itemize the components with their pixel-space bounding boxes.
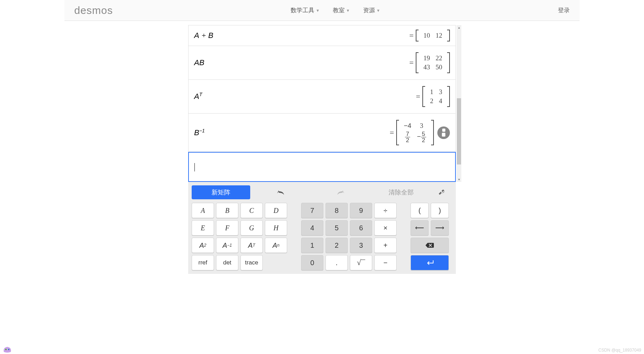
undo-button[interactable] [250, 185, 310, 199]
key-divide[interactable]: ÷ [374, 203, 397, 218]
expression-input[interactable]: B−1 [194, 128, 390, 137]
key-A[interactable]: A [192, 203, 214, 218]
matrix-cell: 22 [433, 54, 445, 63]
key-0[interactable]: 0 [301, 255, 323, 270]
expression-row[interactable]: AT = 13 24 [188, 80, 456, 114]
letter-keys: A B C D E F G H A2 A−1 AT An rref det tr… [192, 203, 287, 270]
chevron-down-icon: ▼ [346, 8, 350, 13]
key-plus[interactable]: + [374, 238, 397, 253]
keypad: 新矩阵 清除全部 A B C D E F G H A2 [188, 182, 456, 274]
keypad-toolbar: 新矩阵 清除全部 [192, 185, 452, 199]
expression-input[interactable]: AT [194, 92, 416, 101]
nav-resources-label: 资源 [363, 6, 375, 14]
main-nav: 数学工具▼ 教室▼ 资源▼ [113, 6, 558, 14]
wrench-icon [438, 188, 446, 196]
key-8[interactable]: 8 [325, 203, 348, 218]
undo-icon [276, 189, 285, 195]
scrollbar[interactable]: ▴ ▾ [457, 25, 461, 182]
matrix-cell: 1 [427, 87, 436, 97]
key-backspace[interactable] [411, 238, 449, 253]
key-minus[interactable]: − [374, 255, 397, 270]
key-C[interactable]: C [240, 203, 263, 218]
equals-sign: = [409, 31, 414, 40]
scroll-up-icon[interactable]: ▴ [457, 25, 461, 30]
key-1[interactable]: 1 [301, 238, 323, 253]
key-multiply[interactable]: × [374, 220, 397, 236]
enter-icon [425, 260, 435, 266]
key-enter[interactable] [411, 255, 449, 270]
key-3[interactable]: 3 [350, 238, 372, 253]
equals-sign: = [416, 92, 420, 101]
key-H[interactable]: H [265, 220, 287, 236]
key-det[interactable]: det [216, 255, 238, 270]
key-right-paren[interactable]: ) [431, 203, 449, 218]
expression-row-empty[interactable] [188, 152, 456, 182]
nav-math-tools[interactable]: 数学工具▼ [291, 6, 320, 14]
matrix-cell: 12 [433, 31, 445, 40]
matrix-cell: 2 [427, 97, 436, 106]
scroll-down-icon[interactable]: ▾ [457, 177, 461, 182]
key-A-transpose[interactable]: AT [240, 238, 263, 253]
expression-input[interactable]: A + B [194, 31, 409, 40]
expression-row[interactable]: AB = 1922 4350 [188, 46, 456, 80]
key-7[interactable]: 7 [301, 203, 323, 218]
key-A-inverse[interactable]: A−1 [216, 238, 238, 253]
fraction-toggle-button[interactable] [437, 126, 450, 139]
scrollbar-thumb[interactable] [457, 98, 461, 164]
key-5[interactable]: 5 [325, 220, 348, 236]
clear-all-button[interactable]: 清除全部 [371, 185, 431, 199]
nav-classroom-label: 教室 [333, 6, 345, 14]
login-link[interactable]: 登录 [558, 6, 570, 14]
matrix-cell: 50 [433, 63, 445, 72]
key-G[interactable]: G [240, 220, 263, 236]
nav-resources[interactable]: 资源▼ [363, 6, 380, 14]
expression-row[interactable]: A + B = 1012 [188, 25, 456, 46]
expression-list: A + B = 1012 AB = 1922 4350 AT = [188, 25, 456, 182]
redo-icon [336, 189, 346, 195]
key-E[interactable]: E [192, 220, 214, 236]
logo[interactable]: desmos [74, 5, 113, 16]
equals-sign: = [390, 128, 394, 137]
nav-math-tools-label: 数学工具 [291, 6, 314, 14]
key-grid: A B C D E F G H A2 A−1 AT An rref det tr… [192, 203, 452, 270]
calculator: A + B = 1012 AB = 1922 4350 AT = [188, 25, 456, 274]
result-matrix: 1012 [416, 30, 450, 41]
backspace-icon [425, 242, 434, 248]
nav-classroom[interactable]: 教室▼ [333, 6, 350, 14]
key-2[interactable]: 2 [325, 238, 348, 253]
matrix-cell: 4 [436, 97, 445, 106]
result-matrix: 1922 4350 [416, 52, 450, 73]
key-sqrt[interactable]: √ [350, 255, 372, 270]
result-matrix: −4372−52 [396, 120, 434, 145]
result-matrix: 13 24 [422, 86, 450, 107]
matrix-cell: 10 [421, 31, 433, 40]
matrix-cell: 19 [421, 54, 433, 63]
matrix-cell: 43 [421, 63, 433, 72]
new-matrix-button[interactable]: 新矩阵 [192, 185, 250, 199]
expression-input[interactable]: AB [194, 58, 409, 67]
key-A-power-n[interactable]: An [265, 238, 287, 253]
key-D[interactable]: D [265, 203, 287, 218]
chevron-down-icon: ▼ [316, 8, 320, 13]
top-bar: desmos 数学工具▼ 教室▼ 资源▼ 登录 [64, 0, 580, 21]
key-trace[interactable]: trace [240, 255, 263, 270]
key-6[interactable]: 6 [350, 220, 372, 236]
key-rref[interactable]: rref [192, 255, 214, 270]
matrix-cell: 3 [436, 87, 445, 97]
key-9[interactable]: 9 [350, 203, 372, 218]
text-cursor [194, 163, 195, 171]
expression-row[interactable]: B−1 = −4372−52 [188, 114, 456, 152]
settings-button[interactable] [431, 185, 452, 199]
key-arrow-left[interactable]: ⟵ [411, 220, 429, 236]
key-dot[interactable]: . [325, 255, 348, 270]
key-F[interactable]: F [216, 220, 238, 236]
key-A-squared[interactable]: A2 [192, 238, 214, 253]
redo-button[interactable] [310, 185, 371, 199]
number-keys: 7 8 9 ÷ 4 5 6 × 1 2 3 + 0 . √ − [301, 203, 397, 270]
key-left-paren[interactable]: ( [411, 203, 429, 218]
key-B[interactable]: B [216, 203, 238, 218]
equals-sign: = [409, 58, 414, 67]
expression-input[interactable] [194, 162, 450, 172]
key-arrow-right[interactable]: ⟶ [431, 220, 449, 236]
key-4[interactable]: 4 [301, 220, 323, 236]
